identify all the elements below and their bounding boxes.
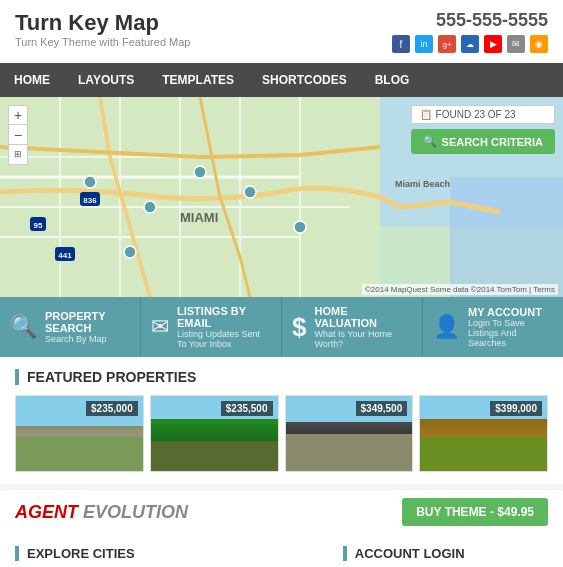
action-property-search[interactable]: 🔍 PROPERTY SEARCH Search By Map <box>0 297 141 357</box>
svg-rect-2 <box>450 177 563 297</box>
svg-text:Miami Beach: Miami Beach <box>395 179 450 189</box>
svg-point-23 <box>194 166 206 178</box>
property-card-1[interactable]: $235,000 <box>15 395 144 472</box>
map-canvas: 95 836 441 MIAMI Miami Beach + − ⊞ <box>0 97 563 297</box>
svg-point-22 <box>144 201 156 213</box>
found-label: FOUND 23 OF 23 <box>436 109 516 120</box>
nav-templates[interactable]: TEMPLATES <box>148 63 248 97</box>
featured-properties-title: FEATURED PROPERTIES <box>15 369 548 385</box>
property-card-2[interactable]: $235,500 <box>150 395 279 472</box>
map-section: 95 836 441 MIAMI Miami Beach + − ⊞ <box>0 97 563 297</box>
rss-icon[interactable]: ◉ <box>530 35 548 53</box>
site-logo: Turn Key Map Turn Key Theme with Feature… <box>15 10 190 48</box>
site-contact: 555-555-5555 f in g+ ☁ ▶ ✉ ◉ <box>392 10 548 53</box>
property-card-4[interactable]: $399,000 <box>419 395 548 472</box>
email-action-icon: ✉ <box>151 314 169 340</box>
property-search-title: PROPERTY SEARCH <box>45 310 130 334</box>
valuation-subtitle: What Is Your Home Worth? <box>314 329 412 349</box>
map-controls: + − ⊞ <box>8 105 28 165</box>
valuation-icon: $ <box>292 312 306 343</box>
account-subtitle: Login To Save Listings And Searches <box>468 318 553 348</box>
svg-point-26 <box>294 221 306 233</box>
property-price-3: $349,500 <box>356 401 408 416</box>
valuation-title: HOME VALUATION <box>314 305 412 329</box>
brand-prefix: AGENT <box>15 502 78 522</box>
listings-email-subtitle: Listing Updates Sent To Your Inbox <box>177 329 271 349</box>
svg-point-25 <box>244 186 256 198</box>
action-my-account[interactable]: 👤 MY ACCOUNT Login To Save Listings And … <box>423 297 563 357</box>
property-price-1: $235,000 <box>86 401 138 416</box>
property-price-2: $235,500 <box>221 401 273 416</box>
svg-text:MIAMI: MIAMI <box>180 210 218 225</box>
account-login-title: ACCOUNT LOGIN <box>343 546 548 561</box>
properties-grid: $235,000 $235,500 $349,500 $399,000 <box>15 395 548 472</box>
bottom-section: EXPLORE CITIES Cooper City Coral Springs… <box>0 534 563 567</box>
brand-suffix: EVOLUTION <box>83 502 188 522</box>
listings-email-title: LISTINGS BY EMAIL <box>177 305 271 329</box>
action-bar: 🔍 PROPERTY SEARCH Search By Map ✉ LISTIN… <box>0 297 563 357</box>
action-home-valuation[interactable]: $ HOME VALUATION What Is Your Home Worth… <box>282 297 423 357</box>
search-criteria-label: SEARCH CRITERIA <box>442 136 543 148</box>
zoom-out-button[interactable]: − <box>8 125 28 145</box>
svg-point-24 <box>124 246 136 258</box>
property-search-icon: 🔍 <box>10 314 37 340</box>
svg-text:441: 441 <box>58 251 72 260</box>
account-text: MY ACCOUNT Login To Save Listings And Se… <box>468 306 553 348</box>
action-listings-email[interactable]: ✉ LISTINGS BY EMAIL Listing Updates Sent… <box>141 297 282 357</box>
googleplus-icon[interactable]: g+ <box>438 35 456 53</box>
main-nav: HOME LAYOUTS TEMPLATES SHORTCODES BLOG <box>0 63 563 97</box>
account-login: ACCOUNT LOGIN Log In <box>343 546 548 567</box>
linkedin-icon[interactable]: ☁ <box>461 35 479 53</box>
twitter-icon[interactable]: in <box>415 35 433 53</box>
facebook-icon[interactable]: f <box>392 35 410 53</box>
svg-point-21 <box>84 176 96 188</box>
account-icon: 👤 <box>433 314 460 340</box>
property-card-3[interactable]: $349,500 <box>285 395 414 472</box>
svg-text:836: 836 <box>83 196 97 205</box>
brand-bar: AGENT EVOLUTION BUY THEME - $49.95 <box>0 489 563 534</box>
logo-tagline: Turn Key Theme with Featured Map <box>15 36 190 48</box>
listings-email-text: LISTINGS BY EMAIL Listing Updates Sent T… <box>177 305 271 349</box>
featured-properties-section: FEATURED PROPERTIES $235,000 $235,500 $3… <box>0 357 563 484</box>
property-price-4: $399,000 <box>490 401 542 416</box>
layers-button[interactable]: ⊞ <box>8 145 28 165</box>
account-title: MY ACCOUNT <box>468 306 553 318</box>
email-icon[interactable]: ✉ <box>507 35 525 53</box>
zoom-in-button[interactable]: + <box>8 105 28 125</box>
brand-logo: AGENT EVOLUTION <box>15 502 188 523</box>
map-attribution: ©2014 MapQuest Some data ©2014 TomTom | … <box>362 284 558 295</box>
site-header: Turn Key Map Turn Key Theme with Feature… <box>0 0 563 63</box>
found-icon: 📋 <box>420 109 432 120</box>
phone-number: 555-555-5555 <box>392 10 548 31</box>
social-icons: f in g+ ☁ ▶ ✉ ◉ <box>392 35 548 53</box>
explore-cities: EXPLORE CITIES Cooper City Coral Springs… <box>15 546 323 567</box>
map-overlay: 📋 FOUND 23 OF 23 🔍 SEARCH CRITERIA <box>411 105 555 154</box>
property-search-text: PROPERTY SEARCH Search By Map <box>45 310 130 344</box>
svg-text:95: 95 <box>34 221 43 230</box>
search-criteria-button[interactable]: 🔍 SEARCH CRITERIA <box>411 129 555 154</box>
explore-cities-title: EXPLORE CITIES <box>15 546 323 561</box>
nav-shortcodes[interactable]: SHORTCODES <box>248 63 361 97</box>
nav-blog[interactable]: BLOG <box>361 63 424 97</box>
nav-home[interactable]: HOME <box>0 63 64 97</box>
nav-layouts[interactable]: LAYOUTS <box>64 63 148 97</box>
buy-theme-button[interactable]: BUY THEME - $49.95 <box>402 498 548 526</box>
found-badge: 📋 FOUND 23 OF 23 <box>411 105 555 124</box>
logo-title: Turn Key Map <box>15 10 190 36</box>
youtube-icon[interactable]: ▶ <box>484 35 502 53</box>
valuation-text: HOME VALUATION What Is Your Home Worth? <box>314 305 412 349</box>
search-icon: 🔍 <box>423 135 437 148</box>
property-search-subtitle: Search By Map <box>45 334 130 344</box>
